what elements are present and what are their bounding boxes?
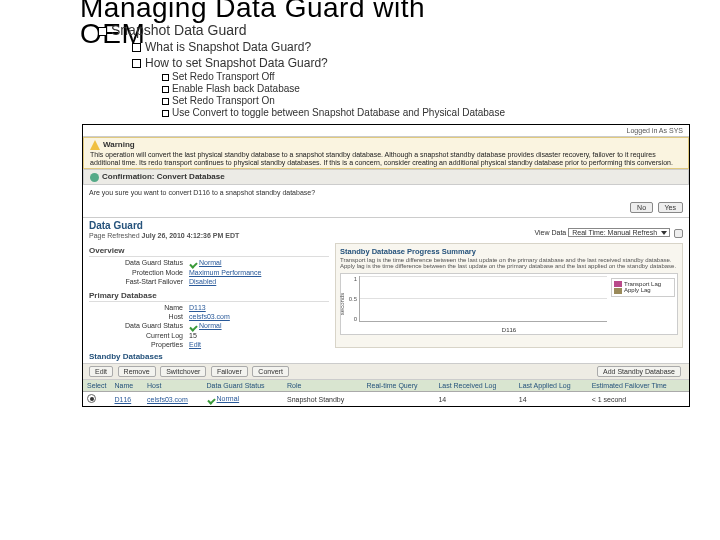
legend-swatch xyxy=(614,288,622,294)
warning-text: This operation will convert the last phy… xyxy=(90,151,682,166)
col-lal: Last Applied Log xyxy=(515,380,588,392)
oem-topbar: Logged in As SYS xyxy=(83,125,689,137)
oem-screenshot: Logged in As SYS Warning This operation … xyxy=(82,124,690,407)
confirmation-body: Are you sure you want to convert D116 to… xyxy=(83,185,689,200)
check-icon xyxy=(189,259,197,267)
progress-summary-title: Standby Database Progress Summary xyxy=(340,247,678,256)
remove-button[interactable]: Remove xyxy=(118,366,156,377)
bullet-level3-a: Set Redo Transport Off xyxy=(162,71,720,82)
row-eft: < 1 second xyxy=(588,392,689,407)
primary-db-heading: Primary Database xyxy=(89,291,329,302)
warning-label: Warning xyxy=(103,140,135,149)
primary-host-link[interactable]: celsfs03.com xyxy=(189,313,230,320)
confirm-icon xyxy=(90,173,99,182)
row-select-radio[interactable] xyxy=(87,394,96,403)
col-select: Select xyxy=(83,380,110,392)
row-name-link[interactable]: D116 xyxy=(114,396,131,403)
logged-in-text: Logged in As SYS xyxy=(627,127,683,134)
refresh-icon[interactable] xyxy=(674,229,683,238)
primary-name-link[interactable]: D113 xyxy=(189,304,206,311)
row-lal: 14 xyxy=(515,392,588,407)
view-data-control[interactable]: View Data Real Time: Manual Refresh xyxy=(534,229,683,238)
bullet-level1: Snapshot Data Guard xyxy=(98,22,720,38)
standby-progress-chart: 1 0.5 0 seconds D116 Transport Lag Apply… xyxy=(340,273,678,335)
col-host: Host xyxy=(143,380,203,392)
row-rtq xyxy=(363,392,435,407)
row-status-link[interactable]: Normal xyxy=(217,395,240,402)
row-lrl: 14 xyxy=(434,392,514,407)
no-button[interactable]: No xyxy=(630,202,653,213)
col-lrl: Last Received Log xyxy=(434,380,514,392)
edit-button[interactable]: Edit xyxy=(89,366,113,377)
failover-button[interactable]: Failover xyxy=(211,366,248,377)
switchover-button[interactable]: Switchover xyxy=(160,366,206,377)
standby-db-heading: Standby Databases xyxy=(83,350,689,363)
table-row[interactable]: D116 celsfs03.com Normal Snapshot Standb… xyxy=(83,392,689,407)
yes-button[interactable]: Yes xyxy=(658,202,683,213)
check-icon xyxy=(189,322,197,330)
warning-box: Warning This operation will convert the … xyxy=(83,137,689,169)
row-role: Snapshot Standby xyxy=(283,392,363,407)
warning-icon xyxy=(90,140,100,150)
protection-mode-link[interactable]: Maximum Performance xyxy=(189,269,261,276)
col-rtq: Real-time Query xyxy=(363,380,435,392)
chart-ylabel: seconds xyxy=(339,293,345,315)
bullet-level3-d: Use Convert to toggle between Snapshot D… xyxy=(162,107,720,118)
bullet-level3-b: Enable Flash back Database xyxy=(162,83,720,94)
fsf-link[interactable]: Disabled xyxy=(189,278,216,285)
standby-table: Select Name Host Data Guard Status Role … xyxy=(83,380,689,406)
row-host-link[interactable]: celsfs03.com xyxy=(147,396,188,403)
col-eft: Estimated Failover Time xyxy=(588,380,689,392)
check-icon xyxy=(207,395,215,403)
col-status: Data Guard Status xyxy=(203,380,283,392)
confirm-title: Confirmation: Convert Database xyxy=(102,172,225,181)
confirmation-header: Confirmation: Convert Database xyxy=(83,169,689,184)
col-name: Name xyxy=(110,380,143,392)
dg-status-link[interactable]: Normal xyxy=(199,259,222,266)
chart-legend: Transport Lag Apply Lag xyxy=(611,278,675,297)
chevron-down-icon xyxy=(661,231,667,235)
current-log-value: 15 xyxy=(189,332,329,339)
bullet-level3-c: Set Redo Transport On xyxy=(162,95,720,106)
bullet-level2-b: How to set Snapshot Data Guard? xyxy=(132,56,720,70)
convert-button[interactable]: Convert xyxy=(252,366,289,377)
chart-category: D116 xyxy=(502,327,516,333)
properties-edit-link[interactable]: Edit xyxy=(189,341,201,348)
bullet-level2-a: What is Snapshot Data Guard? xyxy=(132,40,720,54)
confirm-question: Are you sure you want to convert D116 to… xyxy=(89,189,683,196)
col-role: Role xyxy=(283,380,363,392)
progress-summary-desc: Transport lag is the time difference bet… xyxy=(340,257,678,270)
add-standby-button[interactable]: Add Standby Database xyxy=(597,366,681,377)
primary-status-link[interactable]: Normal xyxy=(199,322,222,329)
overview-heading: Overview xyxy=(89,246,329,257)
chart-tick: 1 xyxy=(354,276,357,282)
chart-tick: 0.5 xyxy=(349,296,357,302)
chart-tick: 0 xyxy=(354,316,357,322)
